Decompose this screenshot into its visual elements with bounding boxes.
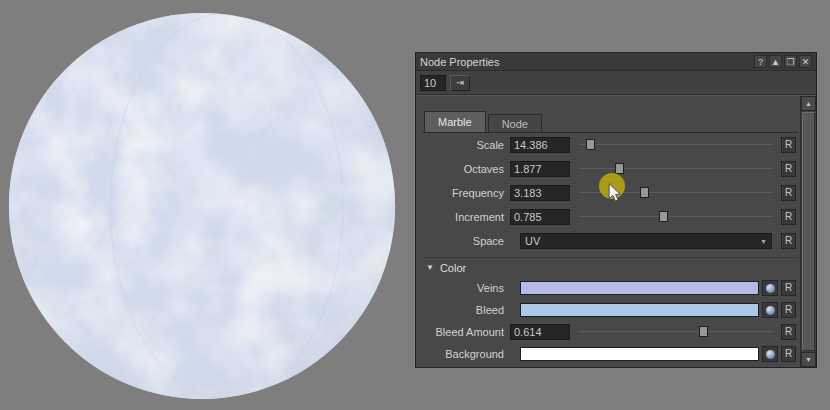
bleed-amount-label: Bleed Amount — [422, 326, 510, 338]
bleed-amount-value-field[interactable]: 0.614 — [510, 324, 570, 340]
octaves-value-field[interactable]: 1.877 — [510, 161, 570, 177]
tab-node[interactable]: Node — [488, 114, 542, 132]
close-icon[interactable]: ✕ — [799, 55, 812, 68]
slider-track — [580, 168, 772, 169]
bleed-label: Bleed — [422, 304, 510, 316]
parameters-pane: Marble Node Scale 14.386 R Octaves 1.877 — [416, 95, 816, 367]
bleed-row: Bleed R — [422, 299, 798, 321]
octaves-label: Octaves — [422, 163, 510, 175]
panel-titlebar[interactable]: Node Properties ? ▲ ❐ ✕ — [416, 53, 816, 71]
panel-toolbar: 10 ⇥ — [416, 71, 816, 95]
scale-slider[interactable] — [580, 138, 772, 152]
slider-handle[interactable] — [615, 163, 624, 174]
bleed-amount-slider[interactable] — [580, 325, 772, 339]
space-dropdown[interactable]: UV ▼ — [520, 233, 772, 249]
slider-track — [580, 331, 772, 332]
tab-bar: Marble Node — [422, 109, 798, 133]
color-section-title: Color — [440, 262, 466, 274]
scale-label: Scale — [422, 139, 510, 151]
help-icon[interactable]: ? — [754, 55, 767, 68]
slider-track — [580, 144, 772, 145]
slider-handle[interactable] — [659, 211, 668, 222]
slider-handle[interactable] — [586, 139, 595, 150]
scale-reset-button[interactable]: R — [781, 137, 796, 153]
background-preview-sphere-icon[interactable] — [762, 346, 778, 362]
increment-slider[interactable] — [580, 210, 772, 224]
bleed-amount-row: Bleed Amount 0.614 R — [422, 321, 798, 343]
increment-value-field[interactable]: 0.785 — [510, 209, 570, 225]
increment-reset-button[interactable]: R — [781, 209, 796, 225]
application-canvas: Node Properties ? ▲ ❐ ✕ 10 ⇥ Marble Node… — [0, 0, 830, 410]
increment-row: Increment 0.785 R — [422, 205, 798, 229]
space-row: Space UV ▼ R — [422, 229, 798, 253]
node-count-field[interactable]: 10 — [420, 75, 446, 91]
slider-track — [580, 216, 772, 217]
scrollbar-thumb[interactable] — [802, 112, 815, 351]
frequency-value-field[interactable]: 3.183 — [510, 185, 570, 201]
tab-marble[interactable]: Marble — [424, 111, 486, 132]
space-label: Space — [422, 235, 510, 247]
octaves-reset-button[interactable]: R — [781, 161, 796, 177]
color-section-header[interactable]: ▼ Color — [422, 257, 798, 277]
veins-color-swatch[interactable] — [520, 281, 759, 295]
scrollbar-track[interactable] — [801, 111, 816, 352]
frequency-reset-button[interactable]: R — [781, 185, 796, 201]
node-properties-panel: Node Properties ? ▲ ❐ ✕ 10 ⇥ Marble Node… — [415, 52, 817, 368]
veins-preview-sphere-icon[interactable] — [762, 280, 778, 296]
collapse-triangle-icon: ▼ — [426, 263, 434, 272]
slider-handle[interactable] — [640, 187, 649, 198]
background-label: Background — [422, 348, 510, 360]
increment-label: Increment — [422, 211, 510, 223]
frequency-label: Frequency — [422, 187, 510, 199]
dock-icon[interactable]: ▲ — [769, 55, 782, 68]
marble-sphere-viewport[interactable] — [5, 9, 399, 403]
sync-selection-icon[interactable]: ⇥ — [450, 75, 470, 91]
space-reset-button[interactable]: R — [781, 233, 796, 249]
scroll-up-icon[interactable]: ▲ — [801, 96, 816, 111]
float-window-icon[interactable]: ❐ — [784, 55, 797, 68]
bleed-preview-sphere-icon[interactable] — [762, 302, 778, 318]
space-dropdown-value: UV — [525, 235, 540, 247]
veins-row: Veins R — [422, 277, 798, 299]
bleed-color-swatch[interactable] — [520, 303, 759, 317]
background-reset-button[interactable]: R — [781, 346, 796, 362]
background-color-swatch[interactable] — [520, 347, 759, 361]
scrollbar[interactable]: ▲ ▼ — [800, 96, 816, 367]
panel-title: Node Properties — [420, 56, 754, 68]
scale-row: Scale 14.386 R — [422, 133, 798, 157]
mouse-cursor-icon — [608, 183, 624, 203]
veins-reset-button[interactable]: R — [781, 280, 796, 296]
scroll-down-icon[interactable]: ▼ — [801, 352, 816, 367]
veins-label: Veins — [422, 282, 510, 294]
chevron-down-icon: ▼ — [760, 238, 767, 245]
background-row: Background R — [422, 343, 798, 365]
scale-value-field[interactable]: 14.386 — [510, 137, 570, 153]
bleed-amount-reset-button[interactable]: R — [781, 324, 796, 340]
bleed-reset-button[interactable]: R — [781, 302, 796, 318]
slider-handle[interactable] — [699, 326, 708, 337]
titlebar-icons: ? ▲ ❐ ✕ — [754, 55, 812, 68]
